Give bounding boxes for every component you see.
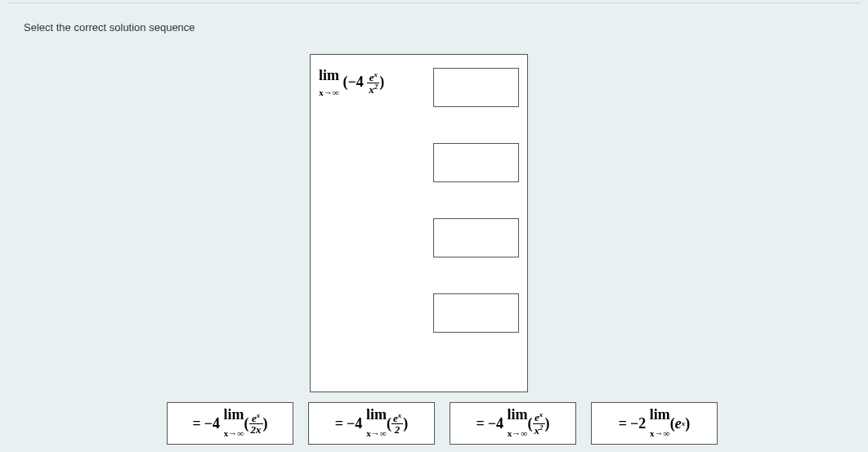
drop-slot-3[interactable] <box>433 218 519 257</box>
lim-sub: x→∞ <box>319 87 338 97</box>
answer-tile-row: = −4 lim x→∞ ( ex 2x ) = −4 lim <box>167 402 718 445</box>
rparen: ) <box>263 415 268 432</box>
tile-3[interactable]: = −4 lim x→∞ ( ex x2 ) <box>450 402 576 445</box>
rparen: ) <box>403 415 408 432</box>
drop-slot-4[interactable] <box>433 293 519 333</box>
drop-slot-1[interactable] <box>433 68 519 107</box>
lim: lim <box>508 406 528 423</box>
den: 2 <box>391 423 403 435</box>
frac-den: x2 <box>367 83 379 95</box>
eq-sign: = <box>619 415 627 432</box>
den: 2x <box>249 423 263 435</box>
tile-4[interactable]: = −2 lim x→∞ (ex) <box>591 402 718 445</box>
coef: −4 <box>348 74 364 90</box>
question-prompt: Select the correct solution sequence <box>24 21 844 34</box>
solution-drop-area[interactable]: lim x→∞ (−4 ex x2 ) <box>310 54 528 392</box>
top-divider <box>7 0 861 3</box>
num: ex <box>391 412 403 423</box>
coef: −4 <box>204 415 220 432</box>
frac-num: ex <box>367 71 379 83</box>
lim-text: lim <box>319 67 339 83</box>
num: ex <box>249 412 263 423</box>
rparen: ) <box>685 415 690 432</box>
den: x2 <box>533 423 545 436</box>
drop-slot-2[interactable] <box>433 143 519 182</box>
coef: −2 <box>630 415 646 432</box>
lim: lim <box>650 406 670 423</box>
coef: −4 <box>488 415 503 432</box>
lim: lim <box>224 406 244 423</box>
num: ex <box>533 411 545 423</box>
initial-expression: lim x→∞ (−4 ex x2 ) <box>319 68 384 99</box>
lim-sub: x→∞ <box>366 428 386 438</box>
tile-1[interactable]: = −4 lim x→∞ ( ex 2x ) <box>167 402 293 445</box>
eq-sign: = <box>335 415 343 432</box>
lim-sub: x→∞ <box>508 428 527 438</box>
eq-sign: = <box>476 415 484 432</box>
rparen: ) <box>545 415 550 432</box>
lim-sub: x→∞ <box>224 428 244 438</box>
lim-sub: x→∞ <box>650 428 669 438</box>
lim: lim <box>366 406 387 423</box>
coef: −4 <box>347 415 362 432</box>
eq-sign: = <box>192 415 200 432</box>
tile-2[interactable]: = −4 lim x→∞ ( ex 2 ) <box>308 402 435 445</box>
inner: e <box>675 415 682 432</box>
question-panel: Select the correct solution sequence lim… <box>7 7 861 452</box>
